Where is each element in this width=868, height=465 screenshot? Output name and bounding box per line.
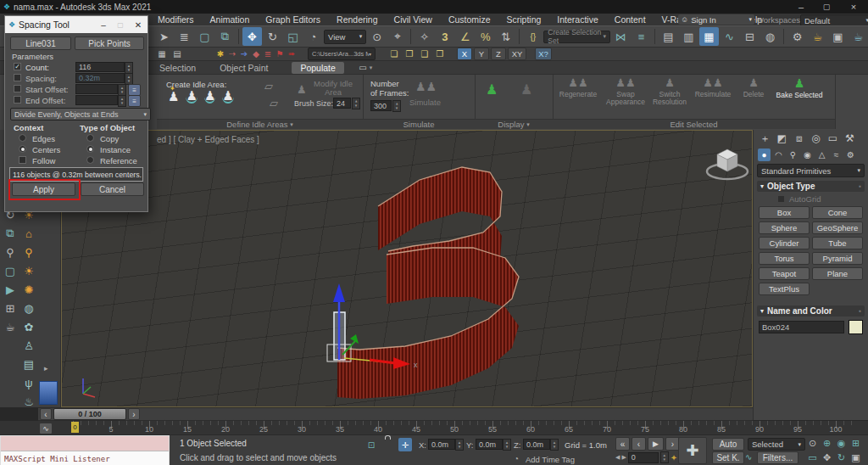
motion-tab-icon[interactable]: ◎: [809, 132, 823, 146]
container-create-icon[interactable]: ❏: [387, 48, 401, 60]
axis-x-button[interactable]: X: [457, 48, 472, 60]
tab-selection[interactable]: Selection: [159, 63, 196, 73]
ribbon-toggle-icon[interactable]: ▦: [699, 27, 719, 46]
count-input[interactable]: 116: [75, 62, 125, 72]
reference-radio[interactable]: [86, 156, 94, 164]
flow-ramp-icon[interactable]: ➠: [286, 48, 298, 60]
layer-manager-icon[interactable]: ⧉: [3, 225, 18, 242]
key-filter-icon[interactable]: ✦: [670, 453, 677, 462]
x-coord-stepper[interactable]: ▴▾: [455, 439, 464, 451]
goto-start-button[interactable]: «: [615, 437, 630, 451]
helpers-category-icon[interactable]: △: [815, 148, 828, 161]
rect-selection-region-icon[interactable]: ▢: [195, 27, 214, 46]
filters-button[interactable]: Filters...: [757, 451, 798, 464]
frame-stepper[interactable]: ▴▾: [660, 451, 669, 463]
sign-in-button[interactable]: ☺ Sign In ▾: [678, 14, 754, 25]
vray-starburst-icon[interactable]: ✺: [21, 281, 36, 298]
select-manipulate-icon[interactable]: ⌖: [387, 27, 407, 46]
object-name-input[interactable]: Box024: [759, 321, 844, 333]
menu-graph-editors[interactable]: Graph Editors: [265, 14, 320, 25]
curve-editor-icon[interactable]: ∿: [720, 27, 739, 46]
maxscript-script-row[interactable]: MAXScript Mini Listener: [1, 451, 169, 465]
select-by-name-icon[interactable]: ≣: [175, 27, 194, 46]
zoom-all-icon[interactable]: ⊕: [820, 436, 834, 451]
create-tab-icon[interactable]: ＋: [758, 132, 772, 146]
idle-area-tool-2-icon[interactable]: ♟: [186, 90, 197, 104]
primitive-torus-button[interactable]: Torus: [759, 252, 810, 265]
frames-input[interactable]: 300: [370, 100, 392, 111]
simulate-button[interactable]: Simulate: [409, 98, 441, 107]
orbit-icon[interactable]: ↻: [834, 451, 849, 465]
start-offset-checkbox[interactable]: [14, 85, 21, 92]
vray-lamp-icon[interactable]: ⚲: [21, 244, 36, 261]
start-offset-input[interactable]: [75, 84, 118, 94]
modify-tab-icon[interactable]: ◩: [775, 132, 789, 146]
mini-curve-editor-button[interactable]: ∿: [39, 423, 53, 434]
percent-snap-icon[interactable]: %: [476, 27, 495, 46]
rendered-frame-window-icon[interactable]: ▣: [828, 27, 848, 46]
y-coord-input[interactable]: 0.0m: [476, 439, 503, 450]
set-keys-button[interactable]: ✚: [678, 437, 707, 464]
brush-size-input[interactable]: 24: [333, 98, 351, 109]
render-production-icon[interactable]: ☕: [808, 27, 827, 46]
follow-checkbox[interactable]: [19, 156, 26, 164]
container-close-icon[interactable]: ❒: [433, 48, 447, 60]
flow-arrow-icon[interactable]: ⇢: [226, 48, 238, 60]
primitive-tube-button[interactable]: Tube: [812, 237, 863, 249]
flow-flag-icon[interactable]: ⚑: [274, 48, 286, 60]
rollout-pin-icon[interactable]: ▪: [859, 307, 861, 315]
angle-snap-icon[interactable]: ∠: [455, 27, 475, 46]
end-offset-lock-button[interactable]: ≡: [128, 95, 141, 107]
select-scale-icon[interactable]: ◱: [283, 27, 303, 46]
idle-shape-1-icon[interactable]: ▱: [264, 80, 273, 92]
y-coord-stepper[interactable]: ▴▾: [503, 439, 511, 451]
container-inherit-icon[interactable]: ❐: [403, 48, 416, 60]
key-prev-icon[interactable]: ◀: [615, 454, 620, 461]
x-coord-input[interactable]: 0.0m: [428, 439, 455, 450]
menu-scripting[interactable]: Scripting: [506, 14, 541, 25]
spacing-tool-dialog[interactable]: ❖ Spacing Tool – ▢ ✕ Line031 Pick Points…: [4, 15, 148, 212]
divide-mode-dropdown[interactable]: Divide Evenly, Objects at Ends ▾: [10, 108, 151, 120]
flow-lanes-icon[interactable]: ≣: [262, 48, 274, 60]
geosphere-tool-icon[interactable]: ◍: [21, 300, 36, 317]
frames-stepper[interactable]: ▾▾: [392, 100, 401, 112]
maximize-button[interactable]: ▢: [814, 1, 839, 13]
add-time-tag-button[interactable]: Add Time Tag: [526, 455, 575, 464]
spinner-snap-icon[interactable]: ⇅: [496, 27, 515, 46]
menu-content[interactable]: Content: [615, 14, 646, 25]
dialog-close-icon[interactable]: ✕: [129, 19, 147, 31]
primitive-geosphere-button[interactable]: GeoSphere: [812, 221, 863, 234]
viewcube[interactable]: [707, 149, 748, 179]
pan-icon[interactable]: ✥: [820, 451, 834, 465]
swap-appearance-button[interactable]: ♟♟ Swap Appearance: [604, 76, 648, 117]
dialog-title-bar[interactable]: ❖ Spacing Tool – ▢ ✕: [5, 16, 147, 33]
close-button[interactable]: ×: [839, 1, 868, 13]
z-coord-input[interactable]: 0.0m: [523, 439, 550, 450]
fetch-icon[interactable]: ▤: [170, 48, 184, 60]
align-icon[interactable]: ≡: [632, 27, 651, 46]
flame-tool-icon[interactable]: ♨: [21, 393, 36, 410]
maximize-viewport-icon[interactable]: ▣: [849, 451, 863, 465]
key-next-icon[interactable]: ▶: [621, 454, 626, 461]
primitive-cylinder-button[interactable]: Cylinder: [759, 237, 810, 249]
slider-next-button[interactable]: ›: [128, 408, 140, 420]
primitive-textplus-button[interactable]: TextPlus: [759, 283, 810, 295]
name-color-rollout[interactable]: ▾ Name and Color ▪: [757, 305, 865, 317]
cameras-category-icon[interactable]: ◉: [801, 148, 814, 161]
layer-explorer-icon[interactable]: ▤: [659, 27, 678, 46]
pick-points-button[interactable]: Pick Points: [75, 36, 144, 50]
idle-area-tool-3-icon[interactable]: ♟: [204, 90, 215, 104]
instance-radio[interactable]: [86, 145, 94, 153]
schematic-view-icon[interactable]: ⊟: [740, 27, 760, 46]
resimulate-button[interactable]: ♟♟ Resimulate: [692, 76, 734, 117]
maxscript-mini-listener[interactable]: MAXScript Mini Listener: [0, 435, 170, 465]
isolate-selection-icon[interactable]: ⊡: [364, 439, 378, 451]
spacing-input[interactable]: 0.32m: [75, 73, 125, 83]
tab-populate[interactable]: Populate: [292, 62, 343, 74]
hold-icon[interactable]: ▦: [155, 48, 169, 60]
end-offset-input[interactable]: [75, 95, 118, 105]
menu-civil-view[interactable]: Civil View: [394, 14, 432, 25]
primitive-category-dropdown[interactable]: Standard Primitives ▾: [757, 164, 865, 177]
select-move-icon[interactable]: ✥: [242, 27, 262, 46]
display-people-icon[interactable]: ♟: [486, 81, 498, 98]
